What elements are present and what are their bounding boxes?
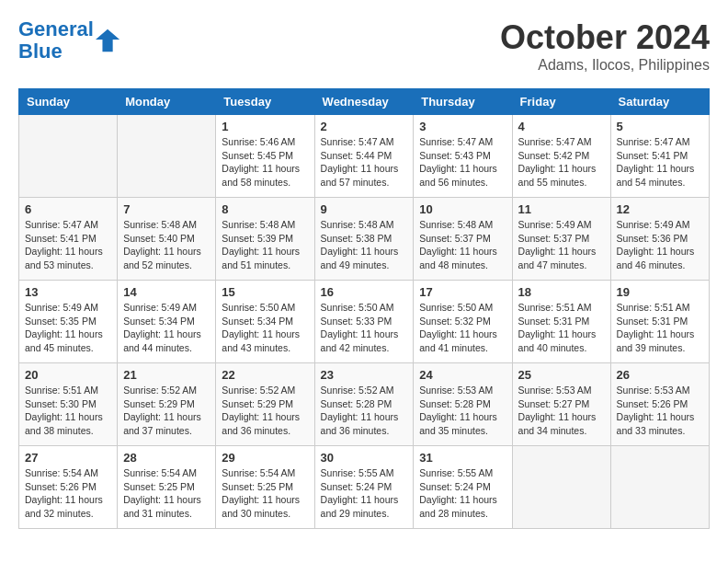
day-info: Sunrise: 5:47 AM Sunset: 5:41 PM Dayligh… [617, 135, 703, 190]
day-number: 3 [419, 120, 506, 133]
weekday-header: Wednesday [314, 89, 414, 115]
calendar-cell: 13Sunrise: 5:49 AM Sunset: 5:35 PM Dayli… [19, 281, 118, 363]
day-info: Sunrise: 5:47 AM Sunset: 5:43 PM Dayligh… [419, 135, 506, 190]
day-number: 25 [518, 368, 605, 382]
calendar-cell: 2Sunrise: 5:47 AM Sunset: 5:44 PM Daylig… [314, 115, 414, 198]
day-info: Sunrise: 5:52 AM Sunset: 5:29 PM Dayligh… [123, 384, 210, 438]
calendar-cell: 4Sunrise: 5:47 AM Sunset: 5:42 PM Daylig… [512, 115, 610, 198]
calendar-cell: 16Sunrise: 5:50 AM Sunset: 5:33 PM Dayli… [314, 281, 414, 363]
calendar-week-row: 13Sunrise: 5:49 AM Sunset: 5:35 PM Dayli… [19, 281, 710, 363]
weekday-header-row: SundayMondayTuesdayWednesdayThursdayFrid… [19, 89, 710, 115]
calendar-cell: 9Sunrise: 5:48 AM Sunset: 5:38 PM Daylig… [314, 198, 414, 281]
day-info: Sunrise: 5:55 AM Sunset: 5:24 PM Dayligh… [419, 466, 506, 521]
day-info: Sunrise: 5:53 AM Sunset: 5:28 PM Dayligh… [419, 384, 506, 438]
calendar-cell: 11Sunrise: 5:49 AM Sunset: 5:37 PM Dayli… [512, 198, 610, 281]
day-info: Sunrise: 5:49 AM Sunset: 5:34 PM Dayligh… [123, 301, 210, 355]
weekday-header: Tuesday [216, 89, 314, 115]
day-number: 29 [222, 451, 308, 465]
calendar-cell: 6Sunrise: 5:47 AM Sunset: 5:41 PM Daylig… [19, 198, 118, 281]
calendar-table: SundayMondayTuesdayWednesdayThursdayFrid… [18, 88, 710, 529]
calendar-cell: 14Sunrise: 5:49 AM Sunset: 5:34 PM Dayli… [118, 281, 216, 363]
day-number: 16 [321, 285, 408, 299]
calendar-cell: 22Sunrise: 5:52 AM Sunset: 5:29 PM Dayli… [216, 363, 314, 446]
day-info: Sunrise: 5:48 AM Sunset: 5:39 PM Dayligh… [222, 218, 308, 272]
calendar-week-row: 6Sunrise: 5:47 AM Sunset: 5:41 PM Daylig… [19, 198, 710, 281]
calendar-cell: 31Sunrise: 5:55 AM Sunset: 5:24 PM Dayli… [414, 446, 512, 529]
day-info: Sunrise: 5:47 AM Sunset: 5:44 PM Dayligh… [321, 135, 408, 190]
day-number: 27 [25, 451, 111, 465]
day-number: 18 [518, 285, 605, 299]
calendar-cell: 26Sunrise: 5:53 AM Sunset: 5:26 PM Dayli… [610, 363, 709, 446]
calendar-cell: 5Sunrise: 5:47 AM Sunset: 5:41 PM Daylig… [610, 115, 709, 198]
day-number: 2 [321, 120, 408, 133]
weekday-header: Thursday [414, 89, 512, 115]
day-number: 17 [419, 285, 506, 299]
calendar-cell: 15Sunrise: 5:50 AM Sunset: 5:34 PM Dayli… [216, 281, 314, 363]
weekday-header: Friday [512, 89, 610, 115]
calendar-cell [19, 115, 118, 198]
day-number: 11 [518, 202, 605, 216]
logo-text: General Blue [18, 18, 94, 63]
day-info: Sunrise: 5:51 AM Sunset: 5:31 PM Dayligh… [617, 301, 703, 355]
day-info: Sunrise: 5:49 AM Sunset: 5:36 PM Dayligh… [617, 218, 703, 272]
logo: General Blue [18, 18, 121, 63]
day-number: 31 [419, 451, 506, 465]
day-info: Sunrise: 5:54 AM Sunset: 5:26 PM Dayligh… [25, 466, 111, 521]
calendar-week-row: 27Sunrise: 5:54 AM Sunset: 5:26 PM Dayli… [19, 446, 710, 529]
day-info: Sunrise: 5:47 AM Sunset: 5:42 PM Dayligh… [518, 135, 605, 190]
calendar-cell: 8Sunrise: 5:48 AM Sunset: 5:39 PM Daylig… [216, 198, 314, 281]
day-number: 19 [617, 285, 703, 299]
day-number: 20 [25, 368, 111, 382]
calendar-cell [610, 446, 709, 529]
weekday-header: Saturday [610, 89, 709, 115]
day-info: Sunrise: 5:49 AM Sunset: 5:35 PM Dayligh… [25, 301, 111, 355]
day-number: 10 [419, 202, 506, 216]
day-number: 23 [321, 368, 408, 382]
day-number: 15 [222, 285, 308, 299]
day-info: Sunrise: 5:47 AM Sunset: 5:41 PM Dayligh… [25, 218, 111, 272]
day-info: Sunrise: 5:53 AM Sunset: 5:27 PM Dayligh… [518, 384, 605, 438]
calendar-cell: 21Sunrise: 5:52 AM Sunset: 5:29 PM Dayli… [118, 363, 216, 446]
day-number: 13 [25, 285, 111, 299]
calendar-cell: 17Sunrise: 5:50 AM Sunset: 5:32 PM Dayli… [414, 281, 512, 363]
calendar-week-row: 20Sunrise: 5:51 AM Sunset: 5:30 PM Dayli… [19, 363, 710, 446]
calendar-cell: 19Sunrise: 5:51 AM Sunset: 5:31 PM Dayli… [610, 281, 709, 363]
day-info: Sunrise: 5:50 AM Sunset: 5:32 PM Dayligh… [419, 301, 506, 355]
calendar-cell: 18Sunrise: 5:51 AM Sunset: 5:31 PM Dayli… [512, 281, 610, 363]
day-info: Sunrise: 5:48 AM Sunset: 5:40 PM Dayligh… [123, 218, 210, 272]
calendar-cell: 10Sunrise: 5:48 AM Sunset: 5:37 PM Dayli… [414, 198, 512, 281]
day-info: Sunrise: 5:48 AM Sunset: 5:37 PM Dayligh… [419, 218, 506, 272]
weekday-header: Sunday [19, 89, 118, 115]
day-info: Sunrise: 5:51 AM Sunset: 5:30 PM Dayligh… [25, 384, 111, 438]
day-info: Sunrise: 5:54 AM Sunset: 5:25 PM Dayligh… [222, 466, 308, 521]
calendar-week-row: 1Sunrise: 5:46 AM Sunset: 5:45 PM Daylig… [19, 115, 710, 198]
day-info: Sunrise: 5:48 AM Sunset: 5:38 PM Dayligh… [321, 218, 408, 272]
calendar-cell: 23Sunrise: 5:52 AM Sunset: 5:28 PM Dayli… [314, 363, 414, 446]
logo-icon [96, 28, 121, 53]
day-number: 5 [617, 120, 703, 133]
day-info: Sunrise: 5:52 AM Sunset: 5:29 PM Dayligh… [222, 384, 308, 438]
day-number: 30 [321, 451, 408, 465]
page-header: General Blue October 2024 Adams, Ilocos,… [18, 18, 710, 74]
day-number: 8 [222, 202, 308, 216]
day-number: 7 [123, 202, 210, 216]
day-info: Sunrise: 5:49 AM Sunset: 5:37 PM Dayligh… [518, 218, 605, 272]
day-number: 22 [222, 368, 308, 382]
calendar-cell: 3Sunrise: 5:47 AM Sunset: 5:43 PM Daylig… [414, 115, 512, 198]
day-info: Sunrise: 5:46 AM Sunset: 5:45 PM Dayligh… [222, 135, 308, 190]
weekday-header: Monday [118, 89, 216, 115]
calendar-cell: 20Sunrise: 5:51 AM Sunset: 5:30 PM Dayli… [19, 363, 118, 446]
calendar-cell: 7Sunrise: 5:48 AM Sunset: 5:40 PM Daylig… [118, 198, 216, 281]
calendar-cell: 24Sunrise: 5:53 AM Sunset: 5:28 PM Dayli… [414, 363, 512, 446]
calendar-cell: 29Sunrise: 5:54 AM Sunset: 5:25 PM Dayli… [216, 446, 314, 529]
day-info: Sunrise: 5:51 AM Sunset: 5:31 PM Dayligh… [518, 301, 605, 355]
day-info: Sunrise: 5:52 AM Sunset: 5:28 PM Dayligh… [321, 384, 408, 438]
calendar-cell: 30Sunrise: 5:55 AM Sunset: 5:24 PM Dayli… [314, 446, 414, 529]
month-title: October 2024 [500, 18, 710, 57]
calendar-cell: 25Sunrise: 5:53 AM Sunset: 5:27 PM Dayli… [512, 363, 610, 446]
day-number: 12 [617, 202, 703, 216]
day-number: 1 [222, 120, 308, 133]
day-info: Sunrise: 5:55 AM Sunset: 5:24 PM Dayligh… [321, 466, 408, 521]
day-number: 6 [25, 202, 111, 216]
day-number: 21 [123, 368, 210, 382]
